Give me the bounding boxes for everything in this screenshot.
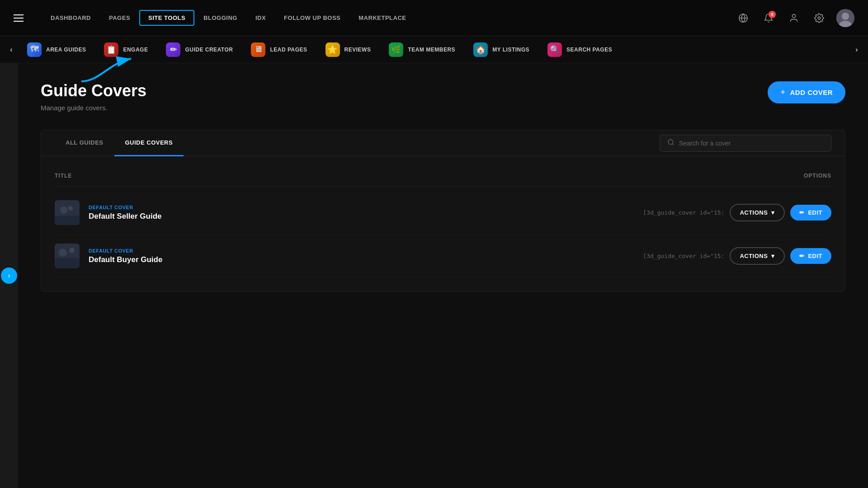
- nav-item-site-tools[interactable]: SITE TOOLS: [139, 10, 194, 26]
- guide-creator-icon: ✏: [166, 42, 180, 57]
- nav-right-icons: 8: [735, 9, 854, 27]
- add-cover-button[interactable]: + ADD COVER: [768, 81, 845, 103]
- my-listings-icon: 🏠: [473, 42, 488, 57]
- tabs-header: ALL GUIDES GUIDE COVERS: [41, 130, 845, 156]
- main-content: › Guide Covers Manage guide covers. + AD…: [0, 63, 868, 488]
- row-thumbnail-1: [55, 200, 80, 225]
- main-nav-items: DASHBOARD PAGES SITE TOOLS BLOGGING IDX …: [42, 10, 735, 26]
- page-header: Guide Covers Manage guide covers. + ADD …: [41, 81, 845, 112]
- sub-nav-next[interactable]: ›: [850, 43, 863, 56]
- svg-point-12: [68, 206, 73, 211]
- search-input[interactable]: [679, 140, 824, 147]
- svg-line-8: [672, 144, 674, 145]
- table-section: TITLE OPTIONS: [41, 156, 845, 291]
- tabs-list: ALL GUIDES GUIDE COVERS: [55, 130, 184, 156]
- svg-point-14: [59, 249, 67, 257]
- shortcode-1: [3d_guide_cover id="15:: [643, 209, 724, 216]
- sub-nav-prev[interactable]: ‹: [5, 43, 18, 56]
- pencil-icon-2: ✏: [799, 253, 805, 259]
- user-circle-icon[interactable]: [786, 10, 802, 26]
- tabs-section: ALL GUIDES GUIDE COVERS TITLE: [41, 130, 845, 292]
- area-guides-icon: 🗺: [27, 42, 42, 57]
- reviews-icon: ⭐: [326, 42, 340, 57]
- sub-nav-lead-pages[interactable]: 🖥 LEAD PAGES: [242, 39, 316, 61]
- lead-pages-icon: 🖥: [251, 42, 265, 57]
- page-subtitle: Manage guide covers.: [41, 104, 146, 112]
- table-row: DEFAULT COVER Default Seller Guide [3d_g…: [55, 191, 831, 235]
- pencil-icon-1: ✏: [799, 209, 805, 216]
- nav-item-idx[interactable]: IDX: [246, 10, 275, 26]
- sub-nav-search-pages[interactable]: 🔍 SEARCH PAGES: [538, 39, 621, 61]
- avatar[interactable]: [836, 9, 854, 27]
- settings-icon[interactable]: [811, 10, 827, 26]
- row-actions-2: [3d_guide_cover id="15: ACTIONS ▾ ✏ EDIT: [643, 247, 831, 265]
- hamburger-menu[interactable]: [14, 14, 24, 22]
- column-options: OPTIONS: [673, 173, 831, 179]
- row-info-1: DEFAULT COVER Default Seller Guide: [55, 200, 643, 225]
- svg-rect-11: [55, 216, 80, 225]
- plus-icon: +: [780, 88, 785, 97]
- notification-count: 8: [769, 11, 776, 18]
- sub-nav-area-guides[interactable]: 🗺 AREA GUIDES: [18, 39, 95, 61]
- svg-rect-15: [55, 258, 80, 268]
- notifications-icon[interactable]: 8: [760, 10, 777, 26]
- sub-nav-reviews[interactable]: ⭐ REVIEWS: [316, 39, 380, 61]
- svg-point-16: [69, 248, 75, 253]
- nav-item-dashboard[interactable]: DASHBOARD: [42, 10, 100, 26]
- edit-button-2[interactable]: ✏ EDIT: [790, 248, 831, 264]
- row-text-2: DEFAULT COVER Default Buyer Guide: [89, 248, 162, 264]
- row-text-1: DEFAULT COVER Default Seller Guide: [89, 205, 162, 221]
- content-area: Guide Covers Manage guide covers. + ADD …: [18, 63, 868, 488]
- sub-navigation: ‹ 🗺 AREA GUIDES 📋 ENGAGE ✏ GUIDE CREATOR…: [0, 36, 868, 63]
- svg-point-3: [818, 17, 821, 19]
- actions-button-2[interactable]: ACTIONS ▾: [730, 247, 785, 265]
- page-header-text: Guide Covers Manage guide covers.: [41, 81, 146, 112]
- nav-item-pages[interactable]: PAGES: [100, 10, 139, 26]
- row-actions-1: [3d_guide_cover id="15: ACTIONS ▾ ✏ EDIT: [643, 204, 831, 221]
- nav-item-blogging[interactable]: BLOGGING: [194, 10, 246, 26]
- row-name-1: Default Seller Guide: [89, 212, 162, 221]
- sub-nav-team-members[interactable]: 🌿 TEAM MEMBERS: [380, 39, 464, 61]
- sub-nav-my-listings[interactable]: 🏠 MY LISTINGS: [464, 39, 538, 61]
- engage-icon: 📋: [104, 42, 118, 57]
- row-name-2: Default Buyer Guide: [89, 255, 162, 264]
- search-container: [660, 135, 831, 152]
- globe-icon[interactable]: [735, 10, 751, 26]
- team-members-icon: 🌿: [389, 42, 403, 57]
- page-title: Guide Covers: [41, 81, 146, 100]
- svg-point-2: [792, 14, 795, 17]
- row-info-2: DEFAULT COVER Default Buyer Guide: [55, 244, 643, 268]
- column-title: TITLE: [55, 173, 673, 179]
- svg-point-7: [668, 140, 673, 145]
- table-header: TITLE OPTIONS: [55, 165, 831, 187]
- sub-nav-guide-creator[interactable]: ✏ GUIDE CREATOR: [157, 39, 242, 61]
- search-pages-icon: 🔍: [547, 42, 562, 57]
- sub-nav-items: 🗺 AREA GUIDES 📋 ENGAGE ✏ GUIDE CREATOR 🖥…: [18, 39, 850, 61]
- shortcode-2: [3d_guide_cover id="15:: [643, 253, 724, 259]
- tab-all-guides[interactable]: ALL GUIDES: [55, 130, 114, 156]
- top-navigation: DASHBOARD PAGES SITE TOOLS BLOGGING IDX …: [0, 0, 868, 36]
- row-thumbnail-2: [55, 244, 80, 268]
- nav-item-follow-up-boss[interactable]: FOLLOW UP BOSS: [275, 10, 349, 26]
- table-row: DEFAULT COVER Default Buyer Guide [3d_gu…: [55, 235, 831, 278]
- svg-point-5: [842, 13, 849, 20]
- actions-button-1[interactable]: ACTIONS ▾: [730, 204, 785, 221]
- nav-item-marketplace[interactable]: MARKETPLACE: [349, 10, 415, 26]
- sidebar-toggle[interactable]: ›: [0, 63, 18, 488]
- row-label-1: DEFAULT COVER: [89, 205, 162, 210]
- sidebar-toggle-button[interactable]: ›: [1, 267, 17, 284]
- sub-nav-engage[interactable]: 📋 ENGAGE: [95, 39, 157, 61]
- row-label-2: DEFAULT COVER: [89, 248, 162, 253]
- svg-point-10: [60, 206, 67, 214]
- search-icon: [667, 139, 675, 148]
- tab-guide-covers[interactable]: GUIDE COVERS: [114, 130, 184, 156]
- edit-button-1[interactable]: ✏ EDIT: [790, 205, 831, 221]
